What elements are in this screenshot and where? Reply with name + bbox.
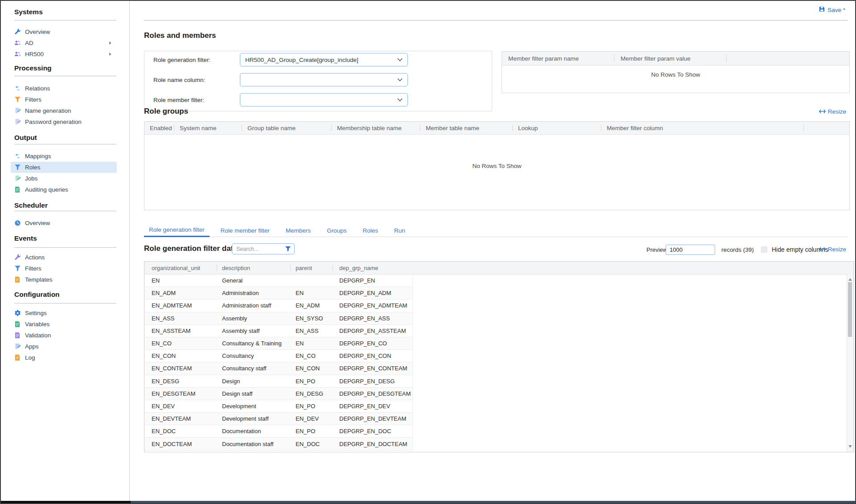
sidebar-item-password-generation[interactable]: Password generation [11,116,117,127]
tab-run[interactable]: Run [389,224,410,237]
sidebar-item-label: Roles [25,164,41,171]
tab-groups[interactable]: Groups [322,224,351,237]
column-header-system-name[interactable]: System name [174,122,242,134]
dropdown-role-generation-filter[interactable]: HR500_AD_Group_Create[group_include] [240,53,408,66]
clock-icon [14,220,21,226]
tab-role-member-filter[interactable]: Role member filter [216,224,275,237]
sidebar-item-label: Templates [25,276,53,283]
filter-data-resize-button[interactable]: Resize [819,246,846,253]
sidebar-item-mappings[interactable]: Mappings [11,151,117,162]
sidebar-item-apps[interactable]: Apps [11,341,117,352]
scroll-down-arrow-icon[interactable] [848,445,852,450]
table-row-en-ass[interactable]: EN_ASSAssemblyEN_SYSODEPGRP_EN_ASS [144,312,412,325]
table-row-en-devteam[interactable]: EN_DEVTEAMDevelopment staffEN_DEVDEPGRP_… [144,413,412,425]
role-groups-resize-button[interactable]: Resize [819,108,846,115]
table-row-en[interactable]: ENGeneralDEPGRP_EN [144,275,412,287]
cell: EN_DOCTEAM [144,441,217,447]
sidebar-item-label: Log [25,354,35,361]
column-header-dep-grp-name[interactable]: dep_grp_name [333,262,411,274]
save-button[interactable]: Save * [819,6,845,13]
sidebar-item-label: Mappings [25,153,51,160]
footer-bar-left [1,501,131,503]
table-row-en-co[interactable]: EN_COConsultancy & TrainingENDEPGRP_EN_C… [144,337,412,350]
search-input[interactable] [232,246,285,252]
vertical-scrollbar[interactable] [847,274,853,452]
column-header-empty[interactable] [804,122,849,134]
sidebar-item-settings[interactable]: Settings [11,307,117,319]
dropdown-role-name-column[interactable] [240,73,408,86]
column-header-member-filter-param-name[interactable]: Member filter param name [502,52,614,65]
doc-icon [14,186,21,193]
cell: Assembly staff [217,328,291,334]
sidebar-item-templates[interactable]: Templates [11,274,117,285]
sidebar-item-auditing-queries[interactable]: Auditing queries [11,184,117,195]
save-label: Save * [827,7,845,13]
sidebar-item-roles[interactable]: Roles [11,162,117,173]
sidebar-item-validation[interactable]: Validation [11,330,117,341]
column-header-group-table-name[interactable]: Group table name [242,122,332,134]
sidebar-item-variables[interactable]: Variables [11,319,117,330]
sidebar-item-name-generation[interactable]: Name generation [11,105,117,116]
table-row-en-dev[interactable]: EN_DEVDevelopmentEN_PODEPGRP_EN_DEV [144,400,412,413]
tab-role-generation-filter[interactable]: Role generation filter [144,224,210,237]
sidebar-item-filters[interactable]: Filters [11,263,117,274]
resize-label: Resize [828,108,846,115]
table-row-en-conteam[interactable]: EN_CONTEAMConsultancy staffEN_CONDEPGRP_… [144,362,412,375]
table-row-en-desg[interactable]: EN_DESGDesignEN_PODEPGRP_EN_DESG [144,375,412,388]
tab-members[interactable]: Members [281,224,316,237]
column-header-lookup[interactable]: Lookup [513,122,601,134]
column-header-member-table-name[interactable]: Member table name [420,122,513,134]
column-header-member-filter-column[interactable]: Member filter column [601,122,804,134]
dropdown-value: HR500_AD_Group_Create[group_include] [245,57,358,63]
scroll-thumb[interactable] [848,282,852,337]
sidebar-item-overview[interactable]: Overview [11,26,117,37]
cell: DEPGRP_EN_DESG [333,378,411,385]
tab-roles[interactable]: Roles [358,224,383,237]
sidebar-item-jobs[interactable]: Jobs [11,173,117,184]
column-header-enabled[interactable]: Enabled [144,122,174,134]
scroll-up-arrow-icon[interactable] [848,276,852,281]
cell: DEPGRP_EN_CO [333,340,411,347]
column-header-member-filter-param-value[interactable]: Member filter param value [614,52,727,65]
cell: EN_DESGTEAM [144,390,217,397]
chevron-down-icon [397,78,403,82]
cell: EN_PO [291,403,333,410]
table-row-en-doc[interactable]: EN_DOCDocumentationEN_PODEPGRP_EN_DOC [144,425,412,438]
sidebar-item-filters[interactable]: Filters [11,94,117,105]
sidebar-item-log[interactable]: Log [11,352,117,363]
table-row-en-con[interactable]: EN_CONConsultancyEN_CODEPGRP_EN_CON [144,350,412,362]
funnel-icon [14,164,21,171]
column-header-empty[interactable] [727,52,849,65]
table-row-en-assteam[interactable]: EN_ASSTEAMAssembly staffEN_ASSDEPGRP_EN_… [144,325,412,337]
preview-count-input[interactable] [666,245,715,255]
sidebar-item-ad[interactable]: AD [11,37,117,49]
column-header-organizational-unit[interactable]: organizational_unit [144,262,217,274]
sidebar-item-relations[interactable]: Relations [11,83,117,94]
table-row-en-adm[interactable]: EN_ADMAdministrationENDEPGRP_EN_ADM [144,287,412,299]
cell: DEPGRP_EN_DOCTEAM [333,441,411,447]
sidebar-item-hr500[interactable]: HR500 [11,49,117,60]
cell: Design staff [217,390,291,397]
table-row-en-admteam[interactable]: EN_ADMTEAMAdministration staffEN_ADMDEPG… [144,299,412,312]
role-groups-empty-text: No Rows To Show [144,163,849,169]
dropdown-role-member-filter[interactable] [240,93,408,107]
sidebar-section-events: EventsActionsFiltersTemplates [14,234,129,285]
table-row-en-docteam[interactable]: EN_DOCTEAMDocumentation staffEN_DOCDEPGR… [144,438,412,450]
column-header-membership-table-name[interactable]: Membership table name [332,122,420,134]
docpencil-icon [14,343,21,350]
hide-empty-columns-checkbox[interactable] [761,246,767,253]
sidebar-item-overview[interactable]: Overview [11,217,117,229]
sidebar-item-label: Password generation [25,119,82,125]
filter-data-grid-header: organizational_unitdescriptionparentdep_… [144,262,853,275]
filter-funnel-icon[interactable] [285,246,291,252]
column-header-description[interactable]: description [217,262,291,274]
cell: EN_DEV [144,403,217,410]
sidebar-item-actions[interactable]: Actions [11,252,117,263]
sidebar-item-label: Auditing queries [25,186,68,193]
cell: DEPGRP_EN_DOC [333,428,411,434]
table-row-en-desgteam[interactable]: EN_DESGTEAMDesign staffEN_DESGDEPGRP_EN_… [144,388,412,400]
column-header-parent[interactable]: parent [291,262,333,274]
arrows-icon [14,153,21,160]
field-label: Role generation filter: [153,57,240,63]
section-divider [14,303,116,303]
